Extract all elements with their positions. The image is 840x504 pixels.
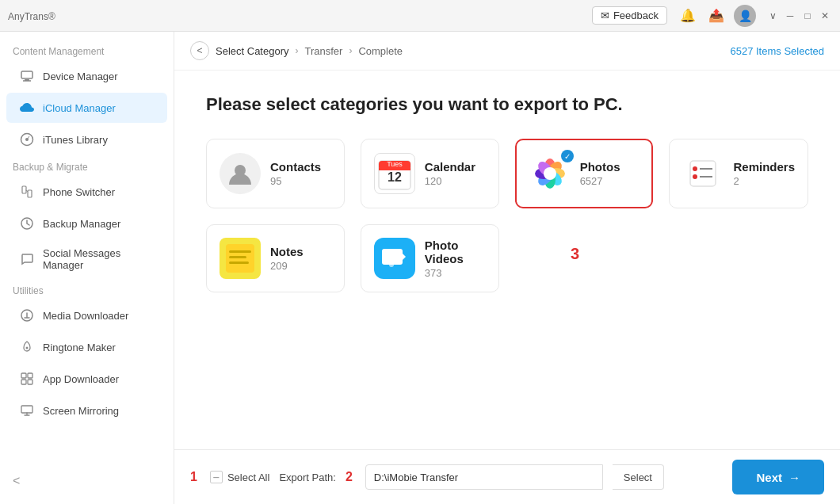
svg-rect-14 bbox=[28, 380, 32, 384]
maximize-button[interactable]: □ bbox=[800, 9, 815, 23]
device-manager-label: Device Manager bbox=[43, 71, 118, 82]
category-card-notes[interactable]: Notes 209 bbox=[206, 224, 345, 292]
svg-point-35 bbox=[693, 174, 697, 179]
phone-switcher-label: Phone Switcher bbox=[43, 186, 115, 198]
svg-rect-40 bbox=[229, 262, 249, 264]
category-card-contacts[interactable]: Contacts 95 bbox=[206, 139, 345, 208]
next-arrow-icon: → bbox=[788, 471, 800, 484]
screen-mirroring-label: Screen Mirroring bbox=[43, 405, 119, 417]
phone-switcher-icon bbox=[19, 184, 35, 200]
sidebar-item-backup-manager[interactable]: Backup Manager bbox=[6, 208, 167, 239]
page-title: Please select categories you want to exp… bbox=[206, 94, 808, 115]
svg-rect-39 bbox=[229, 256, 246, 258]
svg-text:12: 12 bbox=[388, 170, 402, 184]
calendar-icon: Tues 12 bbox=[374, 153, 415, 194]
svg-rect-32 bbox=[690, 161, 716, 186]
sidebar-item-icloud-manager[interactable]: iCloud Manager bbox=[6, 93, 167, 123]
photos-name: Photos bbox=[580, 160, 640, 174]
contacts-icon bbox=[220, 153, 261, 194]
itunes-icon bbox=[19, 132, 35, 147]
calendar-count: 120 bbox=[425, 175, 486, 187]
select-all-checkbox[interactable]: ─ bbox=[210, 471, 223, 483]
svg-rect-15 bbox=[21, 406, 32, 413]
select-all-label: Select All bbox=[227, 472, 269, 483]
next-button[interactable]: Next → bbox=[732, 460, 824, 494]
category-grid: Contacts 95 Tues 12 bbox=[206, 139, 808, 292]
main-layout: Content Management Device Manager iCloud… bbox=[0, 32, 840, 504]
sidebar-item-app-downloader[interactable]: App Downloader bbox=[6, 364, 167, 394]
content-area: < Select Category › Transfer › Complete … bbox=[174, 32, 840, 504]
export-path-label: Export Path: bbox=[279, 472, 336, 483]
device-manager-icon bbox=[19, 68, 35, 84]
photos-count: 6527 bbox=[580, 175, 640, 187]
photos-icon: ✓ bbox=[529, 153, 571, 194]
close-button[interactable]: ✕ bbox=[818, 9, 832, 23]
photovideos-info: Photo Videos 373 bbox=[425, 239, 486, 279]
reminders-icon bbox=[682, 153, 724, 194]
svg-point-31 bbox=[544, 167, 556, 180]
app-downloader-icon bbox=[19, 371, 35, 387]
tray-icon[interactable]: 📤 bbox=[705, 5, 727, 27]
svg-rect-7 bbox=[28, 190, 32, 197]
category-card-photovideos[interactable]: Photo Videos 373 bbox=[361, 224, 499, 292]
feedback-label: Feedback bbox=[613, 10, 659, 21]
svg-point-44 bbox=[389, 262, 394, 267]
items-selected-count: 6527 Items Selected bbox=[730, 45, 824, 57]
svg-point-33 bbox=[693, 166, 697, 171]
window-controls: ∨ ─ □ ✕ bbox=[766, 9, 832, 23]
step1-number: 1 bbox=[190, 470, 197, 484]
app-name: AnyTrans bbox=[8, 11, 48, 22]
category-card-calendar[interactable]: Tues 12 Calendar 120 bbox=[361, 139, 499, 208]
sidebar-item-ringtone-maker[interactable]: Ringtone Maker bbox=[6, 332, 167, 362]
social-messages-icon bbox=[19, 251, 35, 267]
sidebar-item-social-messages[interactable]: Social Messages Manager bbox=[6, 240, 167, 278]
category-card-reminders[interactable]: Reminders 2 bbox=[669, 139, 808, 208]
media-downloader-icon bbox=[19, 307, 35, 323]
icloud-manager-label: iCloud Manager bbox=[43, 102, 116, 114]
breadcrumb: < Select Category › Transfer › Complete … bbox=[174, 32, 840, 71]
svg-text:Tues: Tues bbox=[387, 160, 403, 168]
category-card-photos[interactable]: ✓ Photos 6527 bbox=[515, 139, 654, 208]
sidebar-item-device-manager[interactable]: Device Manager bbox=[6, 61, 167, 91]
chevron-down-icon[interactable]: ∨ bbox=[766, 9, 780, 23]
feedback-button[interactable]: ✉ Feedback bbox=[592, 6, 667, 25]
next-label: Next bbox=[756, 471, 782, 484]
select-all-button[interactable]: ─ Select All bbox=[210, 471, 269, 483]
titlebar-right: ✉ Feedback 🔔 📤 👤 ∨ ─ □ ✕ bbox=[592, 5, 832, 27]
breadcrumb-complete: Complete bbox=[358, 45, 403, 57]
export-path-input[interactable] bbox=[365, 464, 603, 490]
svg-rect-6 bbox=[22, 186, 26, 193]
sidebar-item-itunes-library[interactable]: iTunes Library bbox=[6, 124, 167, 155]
contacts-count: 95 bbox=[270, 175, 331, 187]
minimize-button[interactable]: ─ bbox=[783, 9, 797, 23]
ringtone-maker-label: Ringtone Maker bbox=[43, 342, 116, 353]
select-path-button[interactable]: Select bbox=[613, 464, 664, 490]
breadcrumb-select-category: Select Category bbox=[216, 45, 289, 57]
ringtone-maker-icon bbox=[19, 339, 35, 355]
app-downloader-label: App Downloader bbox=[43, 373, 119, 385]
backup-manager-icon bbox=[19, 216, 35, 231]
photos-info: Photos 6527 bbox=[580, 160, 640, 187]
sidebar-item-media-downloader[interactable]: Media Downloader bbox=[6, 300, 167, 330]
back-button[interactable]: < bbox=[190, 41, 209, 60]
sidebar-collapse-button[interactable]: < bbox=[0, 466, 174, 496]
svg-rect-13 bbox=[21, 380, 26, 384]
media-downloader-label: Media Downloader bbox=[43, 310, 128, 322]
avatar[interactable]: 👤 bbox=[734, 5, 756, 27]
social-messages-label: Social Messages Manager bbox=[43, 247, 155, 271]
sidebar-item-screen-mirroring[interactable]: Screen Mirroring bbox=[6, 395, 167, 426]
sidebar-item-phone-switcher[interactable]: Phone Switcher bbox=[6, 177, 167, 207]
notification-icon[interactable]: 🔔 bbox=[677, 5, 699, 27]
reminders-count: 2 bbox=[733, 175, 795, 187]
icloud-icon bbox=[19, 100, 35, 116]
reminders-info: Reminders 2 bbox=[733, 160, 795, 187]
svg-rect-11 bbox=[21, 373, 26, 378]
notes-name: Notes bbox=[270, 245, 331, 258]
notes-count: 209 bbox=[270, 260, 331, 272]
mail-icon: ✉ bbox=[601, 10, 609, 21]
svg-rect-0 bbox=[21, 71, 32, 78]
titlebar-icons: 🔔 📤 👤 bbox=[677, 5, 756, 27]
sidebar-section-content: Content Management bbox=[0, 40, 174, 60]
sidebar-section-backup: Backup & Migrate bbox=[0, 155, 174, 176]
photovideos-name: Photo Videos bbox=[425, 239, 486, 265]
